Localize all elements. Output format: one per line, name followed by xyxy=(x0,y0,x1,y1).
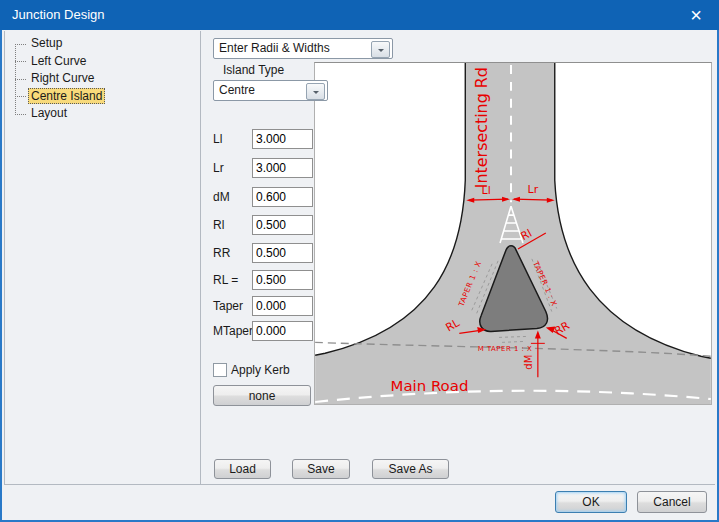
tree-item-layout[interactable]: Layout xyxy=(8,105,196,123)
titlebar: Junction Design × xyxy=(0,0,719,30)
dim-dm-label: dM xyxy=(523,355,534,370)
field-label-ll: Ll xyxy=(213,129,222,149)
field-label-rl: RL = xyxy=(213,270,238,290)
kerb-style-button[interactable]: none xyxy=(213,385,311,406)
load-button[interactable]: Load xyxy=(214,459,271,479)
field-input-dm[interactable] xyxy=(252,187,313,207)
field-input-rr[interactable] xyxy=(252,243,313,263)
field-input-ll[interactable] xyxy=(252,129,313,149)
field-input-rl-small[interactable] xyxy=(252,215,313,235)
apply-kerb-label: Apply Kerb xyxy=(231,360,290,380)
cancel-button[interactable]: Cancel xyxy=(637,491,707,513)
field-label-rl-small: Rl xyxy=(213,215,224,235)
island-type-select[interactable]: Centre xyxy=(213,80,328,101)
ok-button[interactable]: OK xyxy=(555,491,627,513)
field-input-lr[interactable] xyxy=(252,158,313,178)
save-button[interactable]: Save xyxy=(292,459,350,479)
junction-design-dialog: Junction Design × Setup Left Curve Right… xyxy=(0,0,719,522)
junction-preview-panel: Ll Lr Rl TAPER 1 : X TAPER 1 : X RL RR M… xyxy=(314,62,712,405)
field-input-taper[interactable] xyxy=(252,296,313,316)
field-label-taper: Taper xyxy=(213,296,243,316)
apply-kerb-checkbox[interactable] xyxy=(213,363,227,377)
field-label-rr: RR xyxy=(213,243,230,263)
window-title: Junction Design xyxy=(12,0,105,30)
field-label-mtaper: MTaper xyxy=(213,321,253,341)
mtaper-label: M TAPER 1 : X xyxy=(478,345,533,353)
intersecting-road-label: Intersecting Rd xyxy=(472,67,491,188)
settings-tree: Setup Left Curve Right Curve Centre Isla… xyxy=(8,35,196,123)
junction-diagram: Ll Lr Rl TAPER 1 : X TAPER 1 : X RL RR M… xyxy=(315,63,711,404)
field-label-lr: Lr xyxy=(213,158,224,178)
main-road-label: Main Road xyxy=(391,377,469,395)
tree-item-setup[interactable]: Setup xyxy=(8,35,196,53)
field-input-rl[interactable] xyxy=(252,270,313,290)
field-input-mtaper[interactable] xyxy=(252,321,313,341)
entry-mode-value: Enter Radii & Widths xyxy=(219,41,330,55)
chevron-down-icon[interactable] xyxy=(371,41,390,58)
field-label-dm: dM xyxy=(213,187,230,207)
footer-divider xyxy=(4,484,715,485)
island-type-label: Island Type xyxy=(223,60,284,80)
tree-item-left-curve[interactable]: Left Curve xyxy=(8,53,196,71)
close-icon[interactable]: × xyxy=(673,0,719,30)
tree-item-right-curve[interactable]: Right Curve xyxy=(8,70,196,88)
save-as-button[interactable]: Save As xyxy=(372,459,449,479)
sidebar-divider xyxy=(200,31,201,484)
left-panel-edge xyxy=(4,31,5,484)
island-type-value: Centre xyxy=(219,83,255,97)
chevron-down-icon[interactable] xyxy=(306,83,325,100)
dim-lr-label: Lr xyxy=(528,183,539,196)
tree-item-centre-island[interactable]: Centre Island xyxy=(8,88,196,106)
entry-mode-select[interactable]: Enter Radii & Widths xyxy=(213,38,393,59)
